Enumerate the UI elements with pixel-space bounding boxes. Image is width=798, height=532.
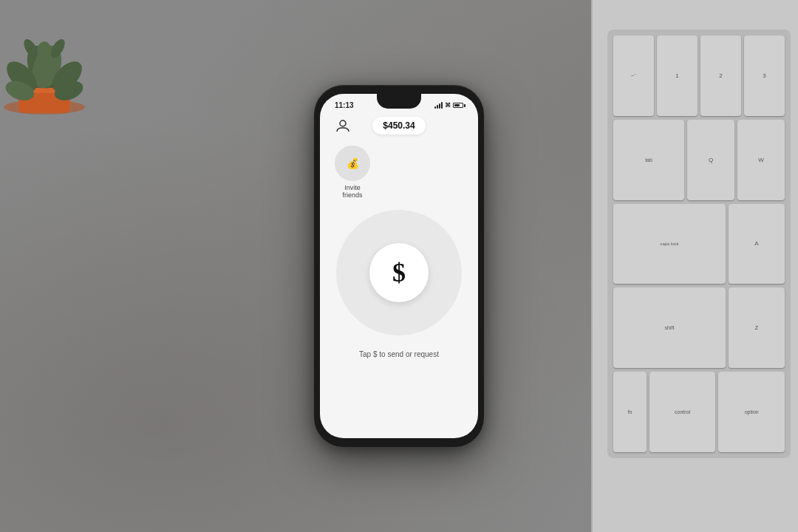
laptop: ~` 1 2 3 tab Q W caps lock A shift Z fn … bbox=[591, 0, 798, 532]
wifi-icon: ⌘ bbox=[445, 102, 451, 109]
balance-display: $450.34 bbox=[372, 117, 425, 134]
phone-screen: 11:13 ⌘ bbox=[320, 94, 478, 438]
keyboard-row-2: tab Q W bbox=[613, 120, 785, 200]
dollar-symbol: $ bbox=[392, 257, 406, 288]
key-tilde[interactable]: ~` bbox=[613, 35, 654, 116]
key-control[interactable]: control bbox=[649, 372, 716, 452]
keyboard-row-1: ~` 1 2 3 bbox=[613, 35, 785, 116]
key-1[interactable]: 1 bbox=[657, 35, 698, 116]
svg-point-13 bbox=[340, 120, 346, 126]
user-icon[interactable] bbox=[335, 117, 351, 134]
main-circle-area: $ Tap $ to send or request bbox=[320, 202, 478, 362]
key-z[interactable]: Z bbox=[729, 287, 785, 368]
invite-section: 💰 Invite friends bbox=[320, 142, 478, 202]
svg-point-10 bbox=[35, 41, 53, 74]
notch bbox=[377, 94, 421, 109]
battery-icon bbox=[453, 103, 463, 108]
keyboard-row-5: fn control option bbox=[613, 372, 785, 452]
status-icons: ⌘ bbox=[434, 102, 463, 109]
battery-fill bbox=[454, 104, 460, 106]
tap-label: Tap $ to send or request bbox=[344, 350, 454, 358]
key-tab[interactable]: tab bbox=[613, 120, 684, 200]
key-capslock[interactable]: caps lock bbox=[613, 204, 726, 284]
succulent-plant bbox=[0, 0, 126, 126]
phone: 11:13 ⌘ bbox=[314, 85, 484, 447]
key-a[interactable]: A bbox=[729, 204, 785, 284]
key-2[interactable]: 2 bbox=[700, 35, 741, 116]
invite-avatar[interactable]: 💰 bbox=[335, 146, 370, 181]
status-time: 11:13 bbox=[335, 101, 354, 109]
key-option[interactable]: option bbox=[718, 372, 785, 452]
svg-text:💰: 💰 bbox=[347, 157, 360, 170]
keyboard-row-4: shift Z bbox=[613, 287, 785, 368]
key-w[interactable]: W bbox=[737, 120, 785, 200]
outer-circle: $ bbox=[336, 210, 462, 335]
key-shift[interactable]: shift bbox=[613, 287, 726, 368]
keyboard-row-3: caps lock A bbox=[613, 204, 785, 284]
key-3[interactable]: 3 bbox=[744, 35, 785, 116]
dollar-button[interactable]: $ bbox=[369, 243, 429, 302]
invite-label: Invite friends bbox=[335, 184, 370, 199]
app-header: $450.34 bbox=[320, 113, 478, 142]
key-q[interactable]: Q bbox=[687, 120, 734, 200]
key-fn[interactable]: fn bbox=[613, 372, 647, 452]
keyboard: ~` 1 2 3 tab Q W caps lock A shift Z fn … bbox=[607, 30, 791, 458]
signal-icon bbox=[434, 102, 443, 109]
phone-body: 11:13 ⌘ bbox=[314, 85, 484, 447]
